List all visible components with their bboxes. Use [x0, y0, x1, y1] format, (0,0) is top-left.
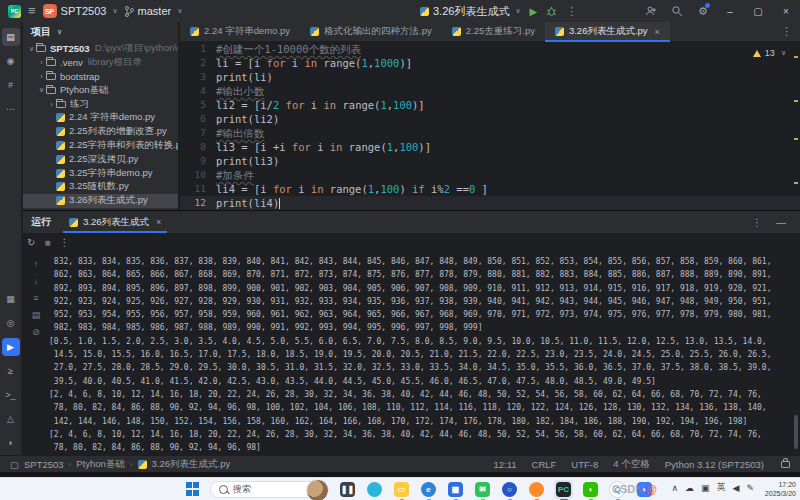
- project-icon[interactable]: ▤: [2, 28, 20, 46]
- python-packages-icon[interactable]: ▦: [2, 290, 20, 308]
- mail-icon[interactable]: ✉: [473, 480, 492, 499]
- tree-item[interactable]: ∨Ptyhon基础: [23, 83, 178, 97]
- settings-gear-icon[interactable]: ⚙: [690, 0, 716, 22]
- status-item[interactable]: UTF-8: [571, 459, 598, 470]
- close-tab-icon[interactable]: ×: [156, 217, 161, 227]
- more-actions-icon[interactable]: ⋮: [566, 5, 577, 18]
- more-vertical-icon[interactable]: ⋮: [59, 237, 69, 248]
- chevron-down-icon[interactable]: ∨: [57, 28, 62, 36]
- console-line[interactable]: 892, 893, 894, 895, 896, 897, 898, 899, …: [49, 282, 790, 295]
- start-button[interactable]: [186, 482, 200, 496]
- editor-tab[interactable]: 2.24 字符串demo.py: [180, 22, 300, 41]
- editor[interactable]: 1#创建一个1-10000个数的列表2li = [i for i in rang…: [180, 42, 800, 210]
- taskbar-clock[interactable]: 17:20 2025/3/20: [765, 481, 796, 498]
- print-icon[interactable]: ▤: [32, 310, 41, 320]
- stop-icon[interactable]: ■: [44, 237, 50, 248]
- edge-icon[interactable]: e: [419, 480, 438, 499]
- console-line[interactable]: 78, 80, 82, 84, 86, 88, 90, 92, 94, 96, …: [49, 401, 790, 414]
- scrollbar-thumb[interactable]: [794, 415, 798, 449]
- console-line[interactable]: 14.5, 15.0, 15.5, 16.0, 16.5, 17.0, 17.5…: [49, 348, 790, 361]
- console-line[interactable]: [2, 4, 6, 8, 10, 12, 14, 16, 18, 20, 22,…: [49, 428, 790, 441]
- code-line[interactable]: 8li3 = [i +i for i in range(1,100)]: [180, 140, 800, 154]
- structure-icon[interactable]: #: [2, 76, 20, 94]
- minimize-button[interactable]: –: [716, 0, 744, 22]
- tree-chevron-icon[interactable]: ›: [47, 101, 56, 108]
- code-line[interactable]: 7#输出倍数: [180, 126, 800, 140]
- tree-chevron-icon[interactable]: ∨: [37, 86, 46, 94]
- code-line[interactable]: 12print(li4): [180, 196, 800, 210]
- main-menu-icon[interactable]: ≡: [28, 5, 36, 17]
- editor-tab[interactable]: 3.26列表生成式.py×: [545, 22, 670, 41]
- console-line[interactable]: 27.0, 27.5, 28.0, 28.5, 29.0, 29.5, 30.0…: [49, 361, 790, 374]
- console-line[interactable]: 922, 923, 924, 925, 926, 927, 928, 929, …: [49, 295, 790, 308]
- editor-tab[interactable]: 格式化输出的四种方法.py: [300, 22, 442, 41]
- hide-panel-icon[interactable]: —: [776, 217, 786, 228]
- run-configuration-select[interactable]: 3.26列表生成式 ∨: [420, 4, 521, 19]
- file-explorer-icon[interactable]: ▭: [392, 480, 411, 499]
- clear-output-icon[interactable]: ⊘: [32, 327, 40, 337]
- console-line[interactable]: [0.5, 1.0, 1.5, 2.0, 2.5, 3.0, 3.5, 4.0,…: [49, 335, 790, 348]
- problems-icon[interactable]: △: [2, 410, 20, 428]
- tree-chevron-icon[interactable]: ›: [37, 73, 46, 80]
- vcs-branch-widget[interactable]: master ∨: [125, 5, 183, 17]
- tree-chevron-icon[interactable]: ∨: [27, 45, 36, 53]
- microsoft-store-icon[interactable]: ▦: [446, 480, 465, 499]
- commit-icon[interactable]: ◉: [2, 52, 20, 70]
- wechat-icon[interactable]: ◖: [581, 480, 600, 499]
- console-line[interactable]: 78, 80, 82, 84, 86, 88, 90, 92, 94, 96, …: [49, 441, 790, 453]
- tree-item[interactable]: 2.25深浅拷贝.py: [23, 152, 178, 166]
- soft-wrap-icon[interactable]: ≡: [33, 293, 38, 303]
- inspections-widget[interactable]: 13 ∨: [753, 46, 786, 60]
- breadcrumb[interactable]: 3.26列表生成式.py: [152, 458, 231, 471]
- tree-item[interactable]: 2.24 字符串demo.py: [23, 111, 178, 125]
- add-user-icon[interactable]: [638, 0, 664, 22]
- code-line[interactable]: 4#输出小数: [180, 84, 800, 98]
- editor-tab[interactable]: 2.25去重练习.py: [442, 22, 545, 41]
- code-line[interactable]: 5li2 = [i/2 for i in range(1,100)]: [180, 98, 800, 112]
- task-view-icon[interactable]: ❚❚: [338, 480, 357, 499]
- petal-app-icon[interactable]: ◗: [635, 480, 654, 499]
- more-tools-icon[interactable]: ⋯: [2, 100, 20, 118]
- debug-icon[interactable]: ◎: [2, 314, 20, 332]
- console-line[interactable]: 39.5, 40.0, 40.5, 41.0, 41.5, 42.0, 42.5…: [49, 375, 790, 388]
- debug-button[interactable]: [546, 6, 557, 17]
- project-widget[interactable]: SP SPT2503 ∨: [43, 4, 118, 18]
- breadcrumb[interactable]: SPT2503: [24, 459, 64, 470]
- tab-options-icon[interactable]: ⋮: [781, 22, 800, 41]
- qq-browser-icon[interactable]: Q: [608, 480, 627, 499]
- taskbar-search[interactable]: 搜索: [210, 481, 328, 498]
- breadcrumb[interactable]: Ptyhon基础: [76, 458, 125, 471]
- tree-item[interactable]: ›.venvlibrary根目录: [23, 56, 178, 70]
- input-language-indicator[interactable]: 英: [717, 481, 726, 494]
- scroll-top-icon[interactable]: ↑: [34, 259, 39, 269]
- close-button[interactable]: ×: [772, 0, 800, 22]
- volume-icon[interactable]: ◀: [733, 483, 740, 493]
- browser-360-icon[interactable]: [365, 480, 384, 499]
- code-line[interactable]: 6print(li2): [180, 112, 800, 126]
- console-line[interactable]: 862, 863, 864, 865, 866, 867, 868, 869, …: [49, 268, 790, 281]
- status-item[interactable]: 4 个空格: [613, 458, 649, 471]
- terminal-icon[interactable]: >_: [2, 386, 20, 404]
- run-icon[interactable]: ▶: [2, 338, 20, 356]
- cloud-icon[interactable]: ☁: [685, 483, 694, 493]
- status-item[interactable]: Python 3.12 (SPT2503): [665, 459, 764, 470]
- console-output[interactable]: 832, 833, 834, 835, 836, 837, 838, 839, …: [49, 255, 790, 453]
- code-line[interactable]: 2li = [i for i in range(1,1000)]: [180, 56, 800, 70]
- tree-item[interactable]: ›练习: [23, 97, 178, 111]
- tree-item[interactable]: ›bootstrap: [23, 70, 178, 84]
- more-vertical-icon[interactable]: ⋮: [752, 217, 762, 228]
- tree-item[interactable]: 2.25字符串和列表的转换.py: [23, 139, 178, 153]
- status-item[interactable]: 12:11: [493, 459, 516, 470]
- maximize-button[interactable]: ▢: [744, 0, 772, 22]
- console-line[interactable]: 832, 833, 834, 835, 836, 837, 838, 839, …: [49, 255, 790, 268]
- code-line[interactable]: 1#创建一个1-10000个数的列表: [180, 42, 800, 56]
- clock-app-icon[interactable]: ○: [500, 480, 519, 499]
- code-line[interactable]: 11li4 = [i for i in range(1,100) if i%2 …: [180, 182, 800, 196]
- security-icon[interactable]: ▣: [701, 483, 710, 493]
- tree-item[interactable]: 2.25列表的增删改查.py: [23, 125, 178, 139]
- firefox-icon[interactable]: [527, 480, 546, 499]
- search-highlight-image[interactable]: [306, 479, 329, 500]
- tree-item[interactable]: 3.25随机数.py: [23, 180, 178, 194]
- lock-icon[interactable]: [781, 461, 790, 468]
- status-item[interactable]: CRLF: [532, 459, 557, 470]
